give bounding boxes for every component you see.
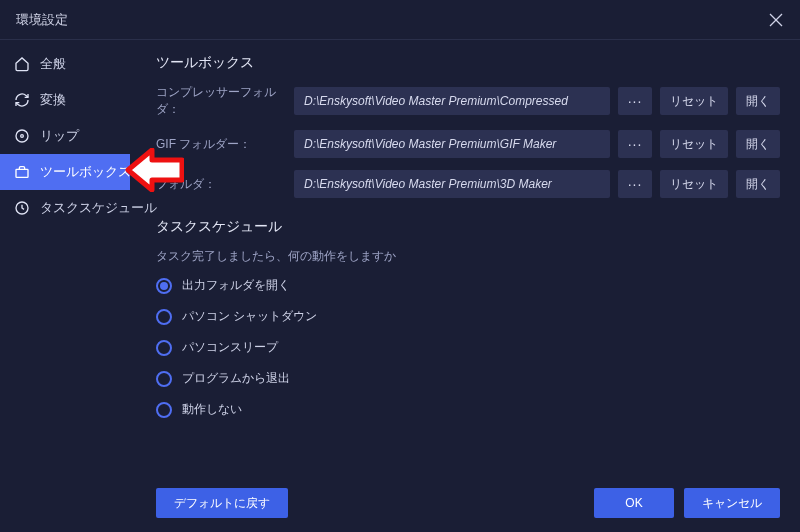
schedule-subtitle: タスク完了しましたら、何の動作をしますか (156, 248, 780, 265)
folder-row-3d: フォルダ： D:\Enskysoft\Video Master Premium\… (156, 170, 780, 198)
row-label: フォルダ： (156, 176, 286, 193)
cancel-button[interactable]: キャンセル (684, 488, 780, 518)
svg-point-3 (21, 135, 24, 138)
refresh-icon (14, 92, 30, 108)
sidebar-item-label: リップ (40, 128, 79, 145)
radio-label: プログラムから退出 (182, 370, 290, 387)
section-title-toolbox: ツールボックス (156, 54, 780, 72)
path-input-3d[interactable]: D:\Enskysoft\Video Master Premium\3D Mak… (294, 170, 610, 198)
sidebar-item-convert[interactable]: 変換 (0, 82, 130, 118)
radio-nothing[interactable]: 動作しない (156, 401, 780, 418)
schedule-radio-group: 出力フォルダを開く パソコン シャットダウン パソコンスリープ プログラムから退… (156, 277, 780, 418)
clock-icon (14, 200, 30, 216)
radio-icon (156, 340, 172, 356)
radio-icon (156, 309, 172, 325)
row-label: コンプレッサーフォルダ： (156, 84, 286, 118)
restore-defaults-button[interactable]: デフォルトに戻す (156, 488, 288, 518)
folder-row-gif: GIF フォルダー： D:\Enskysoft\Video Master Pre… (156, 130, 780, 158)
radio-icon (156, 278, 172, 294)
open-button[interactable]: 開く (736, 170, 780, 198)
radio-icon (156, 371, 172, 387)
radio-exit[interactable]: プログラムから退出 (156, 370, 780, 387)
reset-button[interactable]: リセット (660, 130, 728, 158)
sidebar-item-label: 全般 (40, 56, 66, 73)
toolbox-icon (14, 164, 30, 180)
content: ツールボックス コンプレッサーフォルダ： D:\Enskysoft\Video … (130, 40, 800, 532)
sidebar-item-label: ツールボックス (40, 164, 131, 181)
radio-label: 動作しない (182, 401, 242, 418)
close-button[interactable] (764, 8, 788, 32)
sidebar-item-rip[interactable]: リップ (0, 118, 130, 154)
path-input-gif[interactable]: D:\Enskysoft\Video Master Premium\GIF Ma… (294, 130, 610, 158)
svg-point-2 (16, 130, 28, 142)
browse-button[interactable]: ··· (618, 87, 652, 115)
sidebar-item-general[interactable]: 全般 (0, 46, 130, 82)
sidebar-item-schedule[interactable]: タスクスケジュール (0, 190, 130, 226)
reset-button[interactable]: リセット (660, 170, 728, 198)
open-button[interactable]: 開く (736, 87, 780, 115)
home-icon (14, 56, 30, 72)
ok-button[interactable]: OK (594, 488, 674, 518)
radio-label: パソコン シャットダウン (182, 308, 317, 325)
radio-label: 出力フォルダを開く (182, 277, 290, 294)
section-title-schedule: タスクスケジュール (156, 218, 780, 236)
sidebar-item-label: 変換 (40, 92, 66, 109)
radio-icon (156, 402, 172, 418)
open-button[interactable]: 開く (736, 130, 780, 158)
reset-button[interactable]: リセット (660, 87, 728, 115)
radio-sleep[interactable]: パソコンスリープ (156, 339, 780, 356)
folder-row-compressor: コンプレッサーフォルダ： D:\Enskysoft\Video Master P… (156, 84, 780, 118)
radio-label: パソコンスリープ (182, 339, 278, 356)
radio-shutdown[interactable]: パソコン シャットダウン (156, 308, 780, 325)
titlebar: 環境設定 (0, 0, 800, 40)
path-input-compressor[interactable]: D:\Enskysoft\Video Master Premium\Compre… (294, 87, 610, 115)
sidebar-item-toolbox[interactable]: ツールボックス (0, 154, 130, 190)
radio-open-folder[interactable]: 出力フォルダを開く (156, 277, 780, 294)
window-title: 環境設定 (16, 11, 68, 29)
row-label: GIF フォルダー： (156, 136, 286, 153)
browse-button[interactable]: ··· (618, 130, 652, 158)
browse-button[interactable]: ··· (618, 170, 652, 198)
footer: デフォルトに戻す OK キャンセル (156, 488, 780, 518)
close-icon (768, 12, 784, 28)
disc-icon (14, 128, 30, 144)
sidebar: 全般 変換 リップ ツールボックス タスクスケジュール (0, 40, 130, 532)
svg-rect-4 (16, 169, 28, 177)
